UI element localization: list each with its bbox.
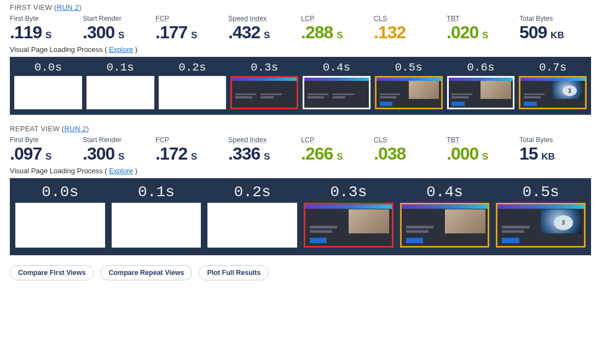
metric-value: .132 bbox=[374, 24, 447, 42]
repeat-view-filmstrip: 0.0s0.1s0.2s0.3s0.4s0.5s3 bbox=[10, 178, 591, 255]
metric-fcp: FCP.172 S bbox=[155, 136, 228, 163]
metric-label: Total Bytes bbox=[519, 136, 592, 144]
frame-time: 0.6s bbox=[467, 61, 494, 74]
filmstrip-frame[interactable]: 0.0s bbox=[15, 184, 105, 248]
filmstrip-frame[interactable]: 0.5s bbox=[375, 61, 443, 110]
frame-thumbnail[interactable] bbox=[15, 203, 105, 248]
metric-value: .266 S bbox=[301, 145, 374, 163]
frame-thumbnail[interactable] bbox=[86, 76, 154, 110]
metric-unit: KB bbox=[539, 151, 555, 162]
metric-label: LCP bbox=[301, 136, 374, 144]
metric-label: FCP bbox=[155, 136, 228, 144]
metric-value: .336 S bbox=[228, 145, 301, 163]
frame-thumbnail[interactable] bbox=[304, 203, 393, 248]
filmstrip-frame[interactable]: 0.6s bbox=[447, 61, 515, 110]
frame-thumbnail[interactable] bbox=[14, 76, 82, 110]
metric-label: CLS bbox=[374, 15, 447, 22]
metric-label: First Byte bbox=[10, 136, 83, 144]
filmstrip-frame[interactable]: 0.4s bbox=[400, 184, 490, 248]
first-view-metrics: First Byte.119 SStart Render.300 SFCP.17… bbox=[10, 15, 592, 42]
first-view-run-link[interactable]: RUN 2 bbox=[57, 3, 79, 11]
metric-value: 15 KB bbox=[519, 145, 592, 163]
metric-label: LCP bbox=[301, 15, 374, 22]
metric-lcp: LCP.266 S bbox=[301, 136, 374, 163]
frame-thumbnail[interactable] bbox=[112, 203, 201, 248]
metric-first-byte: First Byte.119 S bbox=[10, 15, 83, 42]
filmstrip-frame[interactable]: 0.3s bbox=[304, 184, 393, 248]
repeat-view-explore-link[interactable]: Explore bbox=[109, 167, 133, 175]
frame-thumbnail[interactable] bbox=[159, 76, 227, 110]
metric-unit: S bbox=[188, 151, 197, 162]
metric-label: CLS bbox=[374, 136, 447, 144]
metric-unit: S bbox=[334, 151, 343, 162]
metric-unit: S bbox=[115, 30, 124, 40]
filmstrip-frame[interactable]: 0.7s3 bbox=[519, 61, 587, 110]
metric-unit: S bbox=[479, 151, 488, 162]
filmstrip-frame[interactable]: 0.5s3 bbox=[496, 184, 586, 248]
filmstrip-frame[interactable]: 0.3s bbox=[230, 61, 298, 110]
metric-start-render: Start Render.300 S bbox=[83, 15, 155, 42]
metric-unit: S bbox=[334, 30, 343, 40]
frame-thumbnail[interactable] bbox=[230, 76, 298, 110]
metric-value: .432 S bbox=[228, 24, 301, 42]
metric-value: .300 S bbox=[83, 145, 155, 163]
filmstrip-frame[interactable]: 0.4s bbox=[303, 61, 371, 110]
frame-thumbnail[interactable] bbox=[207, 203, 297, 248]
metric-speed-index: Speed Index.432 S bbox=[228, 15, 301, 42]
metric-value: .300 S bbox=[83, 24, 155, 42]
frame-time: 0.0s bbox=[34, 61, 62, 74]
metric-value: 509 KB bbox=[519, 24, 592, 42]
metric-total-bytes: Total Bytes509 KB bbox=[519, 15, 592, 42]
frame-time: 0.4s bbox=[323, 61, 350, 74]
filmstrip-frame[interactable]: 0.1s bbox=[112, 184, 201, 248]
frame-time: 0.5s bbox=[523, 184, 559, 201]
first-view-heading: FIRST VIEW (RUN 2) bbox=[10, 3, 592, 11]
metric-label: Start Render bbox=[83, 15, 155, 22]
metric-tbt: TBT.020 S bbox=[447, 15, 519, 42]
filmstrip-frame[interactable]: 0.0s bbox=[14, 61, 82, 110]
frame-thumbnail[interactable] bbox=[375, 76, 443, 110]
first-view-visual-heading: Visual Page Loading Process ( Explore ) bbox=[10, 45, 592, 54]
filmstrip-frame[interactable]: 0.1s bbox=[86, 61, 154, 110]
compare-first-views-button[interactable]: Compare First Views bbox=[10, 265, 94, 280]
metric-lcp: LCP.288 S bbox=[301, 15, 374, 42]
metric-unit: KB bbox=[548, 30, 564, 40]
metric-label: Total Bytes bbox=[519, 15, 592, 22]
frame-time: 0.5s bbox=[395, 61, 422, 74]
frame-time: 0.7s bbox=[539, 61, 566, 74]
metric-label: Start Render bbox=[83, 136, 155, 144]
metric-label: Speed Index bbox=[228, 136, 301, 144]
filmstrip-frame[interactable]: 0.2s bbox=[159, 61, 227, 110]
metric-unit: S bbox=[43, 30, 51, 40]
plot-full-results-button[interactable]: Plot Full Results bbox=[199, 265, 269, 280]
metric-value: .288 S bbox=[301, 24, 374, 42]
metric-value: .119 S bbox=[10, 24, 83, 42]
metric-label: FCP bbox=[155, 15, 228, 22]
metric-value: .038 bbox=[374, 145, 447, 163]
metric-label: First Byte bbox=[10, 15, 83, 22]
repeat-view-visual-heading: Visual Page Loading Process ( Explore ) bbox=[10, 167, 592, 175]
metric-unit: S bbox=[115, 151, 124, 162]
compare-repeat-views-button[interactable]: Compare Repeat Views bbox=[100, 265, 192, 280]
metric-unit: S bbox=[261, 30, 270, 40]
frame-thumbnail[interactable] bbox=[400, 203, 490, 248]
frame-thumbnail[interactable] bbox=[303, 76, 371, 110]
metric-value: .000 S bbox=[447, 145, 519, 163]
frame-thumbnail[interactable] bbox=[447, 76, 515, 110]
metric-first-byte: First Byte.097 S bbox=[10, 136, 83, 163]
metric-unit: S bbox=[188, 30, 197, 40]
repeat-view-metrics: First Byte.097 SStart Render.300 SFCP.17… bbox=[10, 136, 592, 163]
frame-thumbnail[interactable]: 3 bbox=[519, 76, 587, 110]
metric-label: TBT bbox=[447, 15, 519, 22]
repeat-view-heading: REPEAT VIEW (RUN 2) bbox=[10, 125, 592, 133]
metric-label: Speed Index bbox=[228, 15, 301, 22]
metric-total-bytes: Total Bytes15 KB bbox=[519, 136, 592, 163]
frame-time: 0.3s bbox=[330, 184, 367, 201]
filmstrip-frame[interactable]: 0.2s bbox=[207, 184, 297, 248]
first-view-explore-link[interactable]: Explore bbox=[109, 45, 133, 54]
metric-fcp: FCP.177 S bbox=[155, 15, 228, 42]
frame-thumbnail[interactable]: 3 bbox=[496, 203, 586, 248]
first-view-filmstrip: 0.0s0.1s0.2s0.3s0.4s0.5s0.6s0.7s3 bbox=[10, 57, 591, 115]
repeat-view-run-link[interactable]: RUN 2 bbox=[65, 125, 87, 133]
metric-value: .020 S bbox=[447, 24, 519, 42]
